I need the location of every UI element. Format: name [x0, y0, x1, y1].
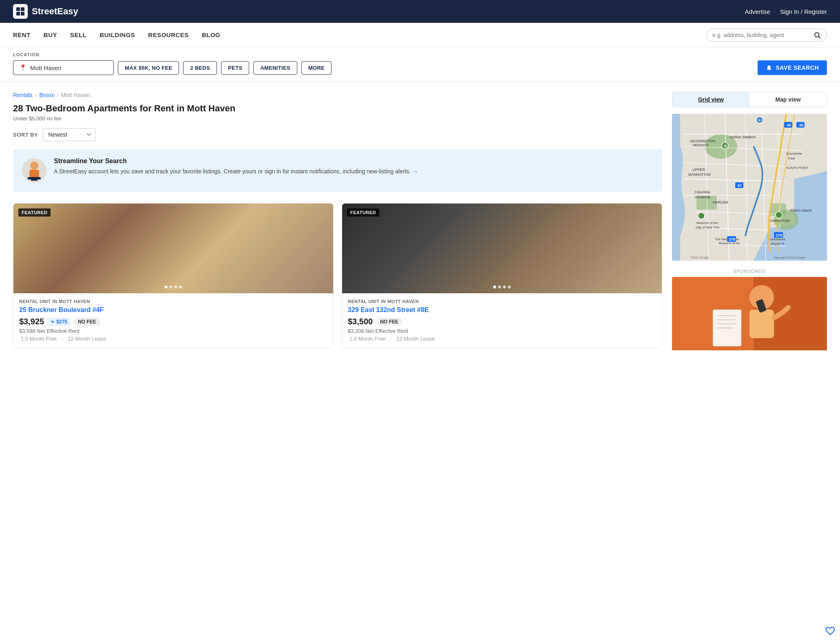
listing-address-2[interactable]: 329 East 132nd Street #8E: [348, 306, 656, 314]
banner-cta-link[interactable]: →: [412, 168, 418, 175]
net-effective-2: $3,208 Net Effective Rent: [348, 328, 656, 334]
svg-text:🏛: 🏛: [724, 144, 727, 148]
location-pin-icon: 📍: [19, 64, 27, 71]
sponsored-image: [672, 277, 827, 350]
logo-text: StreetEasy: [32, 6, 78, 17]
map-svg: WASHINGTON HEIGHTS Yankee Stadium UPPER …: [672, 114, 827, 261]
dot: [175, 286, 177, 288]
nav-rent[interactable]: RENT: [13, 31, 31, 38]
down-arrow-icon: [51, 320, 55, 324]
listings-grid: FEATURED RENTAL UNIT IN MOTT HAVEN 25 Br…: [13, 203, 662, 348]
svg-text:278: 278: [776, 233, 782, 237]
left-column: Rentals › Bronx › Mott Haven 28 Two-Bedr…: [13, 92, 662, 350]
svg-rect-3: [21, 12, 24, 15]
listing-body-2: RENTAL UNIT IN MOTT HAVEN 329 East 132nd…: [342, 293, 662, 348]
dot: [165, 286, 168, 288]
breadcrumb-bronx[interactable]: Bronx: [39, 92, 54, 98]
nav-resources[interactable]: RESOURCES: [148, 31, 189, 38]
svg-line-5: [818, 36, 820, 38]
nav-blog[interactable]: BLOG: [202, 31, 220, 38]
search-subtitle: Under $5,000 no fee: [13, 115, 662, 122]
logo[interactable]: StreetEasy: [13, 4, 78, 19]
breadcrumb-sep-2: ›: [57, 92, 59, 98]
svg-text:City of New York: City of New York: [696, 226, 720, 229]
svg-rect-8: [29, 170, 39, 177]
banner-title: Streamline Your Search: [54, 157, 418, 165]
dot: [170, 286, 172, 288]
nav-buildings[interactable]: BUILDINGS: [99, 31, 135, 38]
listing-card-1: FEATURED RENTAL UNIT IN MOTT HAVEN 25 Br…: [13, 203, 334, 348]
banner-illustration: [21, 157, 47, 184]
image-dots-1: [165, 286, 182, 288]
svg-text:University: University: [694, 195, 711, 199]
main-content: Rentals › Bronx › Mott Haven 28 Two-Bedr…: [0, 82, 840, 360]
net-effective-1: $3,598 Net Effective Rent: [19, 328, 327, 334]
nav-sell[interactable]: SELL: [70, 31, 86, 38]
view-toggle: Grid view Map view: [672, 92, 827, 107]
listing-body-1: RENTAL UNIT IN MOTT HAVEN 25 Bruckner Bo…: [13, 293, 333, 348]
advertise-link[interactable]: Advertise: [745, 8, 770, 15]
listing-type-2: RENTAL UNIT IN MOTT HAVEN: [348, 299, 656, 304]
breadcrumb-sep-1: ›: [35, 92, 37, 98]
no-fee-badge-1: NO FEE: [74, 318, 100, 326]
dot: [498, 286, 501, 288]
listing-card-2: FEATURED RENTAL UNIT IN MOTT HAVEN 329 E…: [342, 203, 662, 348]
grid-view-button[interactable]: Grid view: [672, 92, 749, 107]
svg-text:95: 95: [787, 123, 791, 127]
global-search[interactable]: [706, 29, 827, 42]
svg-rect-2: [16, 12, 20, 15]
svg-text:HEIGHTS: HEIGHTS: [692, 143, 709, 147]
lease-info-1: 1.0 Month Free · 12-Month Lease: [19, 336, 327, 342]
sort-row: SORT BY Newest Oldest Lowest Price Highe…: [13, 128, 662, 141]
amenities-filter-button[interactable]: AMENITIES: [253, 61, 297, 75]
signin-link[interactable]: Sign In / Register: [780, 8, 827, 15]
svg-text:LaGuardia: LaGuardia: [770, 237, 785, 241]
right-column: Grid view Map view: [672, 92, 827, 350]
listing-image-2: FEATURED: [342, 204, 662, 293]
map-view-button[interactable]: Map view: [749, 92, 827, 107]
svg-text:278: 278: [729, 237, 735, 241]
banner-description: A StreetEasy account lets you save and t…: [54, 167, 418, 176]
listing-price-1: $3,925: [19, 317, 44, 326]
featured-badge-1: FEATURED: [18, 208, 51, 217]
nav-buy[interactable]: BUY: [44, 31, 57, 38]
svg-text:95: 95: [799, 123, 803, 127]
beds-filter-button[interactable]: 2 BEDS: [183, 61, 217, 75]
featured-badge-2: FEATURED: [347, 208, 379, 217]
listing-price-2: $3,500: [348, 317, 373, 326]
sort-select[interactable]: Newest Oldest Lowest Price Highest Price: [43, 128, 96, 141]
price-drop-amount-1: $275: [56, 319, 67, 325]
lease-info-2: 1.0 Month Free · 12-Month Lease: [348, 336, 656, 342]
location-field[interactable]: [30, 64, 108, 71]
more-filter-button[interactable]: MORE: [301, 61, 332, 75]
listing-address-1[interactable]: 25 Bruckner Boulevard #4F: [19, 306, 327, 314]
svg-rect-10: [31, 179, 38, 181]
dot: [503, 286, 506, 288]
location-input-container[interactable]: 📍: [13, 60, 114, 75]
header-nav-right: Advertise Sign In / Register: [745, 8, 827, 15]
banner-text: Streamline Your Search A StreetEasy acco…: [54, 157, 418, 176]
dot: [508, 286, 511, 288]
svg-text:Park: Park: [788, 157, 795, 160]
breadcrumb-mott-haven: Mott Haven: [61, 92, 90, 98]
svg-rect-1: [21, 7, 24, 11]
streamline-banner: Streamline Your Search A StreetEasy acco…: [13, 149, 662, 192]
filter-row: 📍 MAX $5K, NO FEE 2 BEDS PETS AMENITIES …: [13, 60, 827, 75]
search-input[interactable]: [712, 32, 810, 38]
svg-point-61: [776, 212, 782, 218]
svg-text:✈: ✈: [758, 118, 761, 122]
svg-text:HUNTS POINT: HUNTS POINT: [786, 166, 808, 170]
svg-text:WASHINGTON: WASHINGTON: [690, 139, 716, 143]
svg-text:87: 87: [738, 184, 742, 188]
search-header: 28 Two-Bedroom Apartments for Rent in Mo…: [13, 103, 662, 122]
svg-point-7: [30, 162, 38, 170]
svg-text:Yankee Stadium: Yankee Stadium: [729, 135, 756, 139]
listing-price-row-2: $3,500 NO FEE: [348, 317, 656, 326]
max-fee-filter-button[interactable]: MAX $5K, NO FEE: [118, 61, 179, 75]
svg-text:©2023 Google: ©2023 Google: [690, 256, 709, 259]
save-search-button[interactable]: SAVE SEARCH: [758, 60, 827, 75]
pets-filter-button[interactable]: PETS: [221, 61, 249, 75]
breadcrumb-rentals[interactable]: Rentals: [13, 92, 32, 98]
svg-text:MANHATTAN: MANHATTAN: [688, 173, 711, 177]
breadcrumb: Rentals › Bronx › Mott Haven: [13, 92, 662, 98]
